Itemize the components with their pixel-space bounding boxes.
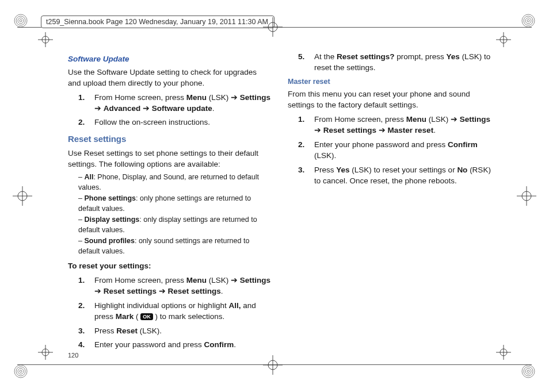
text: Confirm [448,140,478,149]
text: ( [134,312,140,321]
crop-mark-icon [520,363,536,379]
text: Reset settings? [337,52,395,61]
crop-mark-icon [520,13,536,29]
list-item: – Display settings: only display setting… [78,215,272,235]
paragraph: Use Reset settings to set phone settings… [68,148,272,170]
text: From Home screen, press [314,115,406,124]
text: Press [94,326,116,335]
svg-point-8 [20,370,22,372]
text: Advanced [104,104,141,113]
list-item: From Home screen, press Menu (LSK) ➔ Set… [93,93,272,114]
text: Sound profiles [84,237,135,245]
text: No [457,166,467,174]
crop-mark-icon [13,13,29,29]
svg-point-4 [527,20,529,22]
heading-reset-settings: Reset settings [68,133,272,145]
text: Yes [336,166,349,174]
list-item: Highlight individual options or highligh… [93,301,272,322]
text: Settings [240,93,270,102]
text: Highlight individual options or highligh… [94,301,228,310]
text: Enter your password and press [94,340,204,349]
svg-point-14 [524,367,533,376]
text: Display settings [84,216,139,224]
paragraph: To reset your settings: [68,261,272,272]
arrow-icon: ➔ [143,104,150,113]
list-item: – Phone settings: only phone settings ar… [78,194,272,214]
arrow-icon: ➔ [159,287,166,295]
text: Press [314,166,336,174]
svg-point-5 [525,18,531,24]
text: Menu [406,115,426,124]
ok-button-icon: OK [140,313,153,320]
list-item: – Sound profiles: only sound settings ar… [78,236,272,256]
registration-mark-icon [496,32,511,47]
list-item: From Home screen, press Menu (LSK) ➔ Set… [93,275,272,297]
text: (LSK). [314,151,336,160]
text: From Home screen, press [94,93,186,102]
text: Master reset [388,126,434,134]
list-item: From Home screen, press Menu (LSK) ➔ Set… [313,114,491,136]
list-item: – All: Phone, Display, and Sound, are re… [78,172,272,193]
svg-point-10 [16,367,25,376]
registration-mark-icon [263,17,283,37]
registration-mark-icon [13,186,32,206]
arrow-icon: ➔ [451,115,458,124]
list-item: Follow the on-screen instructions. [93,117,272,128]
svg-point-9 [18,368,24,374]
page-content: Software Update Use the Software Update … [68,52,491,355]
svg-point-6 [524,16,533,25]
text: (LSK) [207,276,231,285]
arrow-icon: ➔ [94,287,101,295]
text: . [234,340,236,349]
text: Settings [460,115,490,124]
text: At the [314,52,337,61]
text: All [84,173,93,181]
text: Reset settings [323,126,376,134]
header-box: t259_Sienna.book Page 120 Wednesday, Jan… [41,16,274,28]
ordered-list: From Home screen, press Menu (LSK) ➔ Set… [288,114,491,186]
arrow-icon: ➔ [231,93,238,102]
ordered-list: From Home screen, press Menu (LSK) ➔ Set… [68,93,272,129]
svg-point-2 [16,16,25,25]
list-item: Enter your password and press Confirm. [93,340,272,351]
paragraph: Use the Software Update setting to check… [68,67,272,89]
text: Reset settings [168,287,221,295]
arrow-icon: ➔ [314,126,321,134]
text: Confirm [204,340,234,349]
list-item: Press Yes (LSK) to reset your settings o… [313,165,491,187]
text: (LSK) to reset your settings or [350,166,458,174]
text: Mark [116,312,134,321]
arrow-icon: ➔ [379,126,386,134]
text: prompt, press [395,52,447,61]
text: : Phone, Display, and Sound, are returne… [78,173,259,191]
svg-point-13 [525,368,531,374]
text: Enter your phone password and press [314,140,448,149]
dash-list: – All: Phone, Display, and Sound, are re… [78,172,272,256]
svg-point-0 [20,20,22,22]
registration-mark-icon [496,345,511,360]
text: Menu [186,93,207,102]
list-item: Enter your phone password and press Conf… [313,140,491,162]
list-item: Press Reset (LSK). [93,326,272,337]
text: Settings [240,276,270,285]
svg-point-12 [527,370,529,372]
registration-mark-icon [38,345,53,360]
crop-mark-icon [13,363,29,379]
text: Software update [152,104,212,113]
list-item: At the Reset settings? prompt, press Yes… [313,52,491,74]
heading-master-reset: Master reset [288,77,491,87]
registration-mark-icon [38,32,53,47]
text: From Home screen, press [94,276,186,285]
text: Reset settings [104,287,157,295]
text: Reset [116,326,138,335]
heading-software-update: Software Update [68,54,272,65]
text: Menu [186,276,207,285]
text: (LSK). [138,326,162,335]
text: Phone settings [84,194,136,202]
text: Yes [447,52,460,61]
svg-point-1 [18,18,24,24]
arrow-icon: ➔ [231,276,238,285]
paragraph: From this menu you can reset your phone … [288,89,491,111]
text: All, [228,301,241,310]
registration-mark-icon [517,186,536,206]
